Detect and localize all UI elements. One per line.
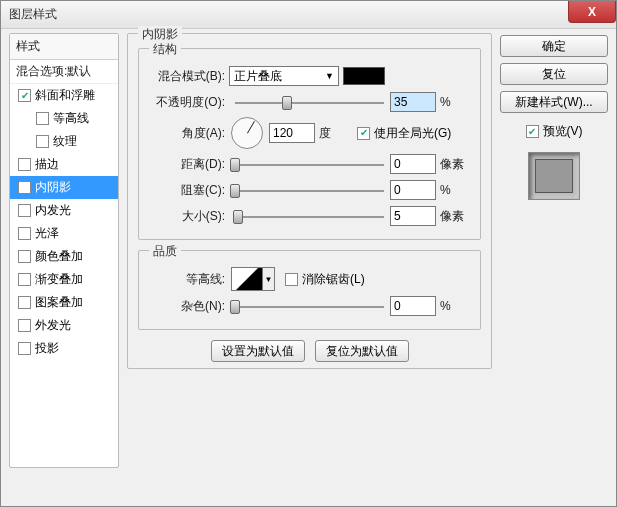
- style-checkbox[interactable]: [18, 273, 31, 286]
- preview-label: 预览(V): [543, 123, 583, 140]
- style-checkbox[interactable]: [18, 204, 31, 217]
- style-item-2[interactable]: 纹理: [10, 130, 118, 153]
- choke-unit: %: [440, 183, 470, 197]
- preview-inner: [535, 159, 573, 193]
- use-global-light-checkbox[interactable]: [357, 127, 370, 140]
- close-icon: X: [588, 5, 596, 19]
- distance-input[interactable]: 0: [390, 154, 436, 174]
- style-item-label: 外发光: [35, 317, 71, 334]
- angle-indicator: [247, 121, 255, 134]
- style-item-0[interactable]: 斜面和浮雕: [10, 84, 118, 107]
- inner-shadow-fieldset: 内阴影 结构 混合模式(B): 正片叠底 ▼ 不透明度(O):: [127, 33, 492, 369]
- choke-input[interactable]: 0: [390, 180, 436, 200]
- opacity-label: 不透明度(O):: [149, 94, 229, 111]
- preview-checkbox[interactable]: [526, 125, 539, 138]
- slider-thumb[interactable]: [233, 210, 243, 224]
- style-item-3[interactable]: 描边: [10, 153, 118, 176]
- style-item-5[interactable]: 内发光: [10, 199, 118, 222]
- style-item-6[interactable]: 光泽: [10, 222, 118, 245]
- style-checkbox[interactable]: [36, 135, 49, 148]
- noise-slider[interactable]: [235, 297, 384, 315]
- slider-thumb[interactable]: [282, 96, 292, 110]
- styles-group: 样式 混合选项:默认 斜面和浮雕等高线纹理描边内阴影内发光光泽颜色叠加渐变叠加图…: [9, 33, 119, 468]
- blend-mode-label: 混合模式(B):: [149, 68, 229, 85]
- style-item-10[interactable]: 外发光: [10, 314, 118, 337]
- chevron-down-icon: ▼: [325, 71, 334, 81]
- slider-thumb[interactable]: [230, 158, 240, 172]
- style-item-1[interactable]: 等高线: [10, 107, 118, 130]
- choke-label: 阻塞(C):: [149, 182, 229, 199]
- preview-row: 预览(V): [500, 123, 608, 140]
- size-input[interactable]: 5: [390, 206, 436, 226]
- size-label: 大小(S):: [149, 208, 229, 225]
- style-checkbox[interactable]: [18, 181, 31, 194]
- noise-label: 杂色(N):: [149, 298, 229, 315]
- style-item-7[interactable]: 颜色叠加: [10, 245, 118, 268]
- choke-row: 阻塞(C): 0 %: [149, 179, 470, 201]
- contour-dropdown[interactable]: ▼: [263, 267, 275, 291]
- styles-list-panel: 样式 混合选项:默认 斜面和浮雕等高线纹理描边内阴影内发光光泽颜色叠加渐变叠加图…: [9, 33, 119, 498]
- opacity-row: 不透明度(O): 35 %: [149, 91, 470, 113]
- use-global-light-label: 使用全局光(G): [374, 125, 451, 142]
- default-buttons-row: 设置为默认值 复位为默认值: [138, 340, 481, 362]
- style-item-9[interactable]: 图案叠加: [10, 291, 118, 314]
- shadow-color-swatch[interactable]: [343, 67, 385, 85]
- slider-thumb[interactable]: [230, 184, 240, 198]
- blend-mode-row: 混合模式(B): 正片叠底 ▼: [149, 65, 470, 87]
- reset-default-button[interactable]: 复位为默认值: [315, 340, 409, 362]
- titlebar: 图层样式 X: [1, 1, 616, 29]
- make-default-button[interactable]: 设置为默认值: [211, 340, 305, 362]
- new-style-button[interactable]: 新建样式(W)...: [500, 91, 608, 113]
- angle-label: 角度(A):: [149, 125, 229, 142]
- style-item-8[interactable]: 渐变叠加: [10, 268, 118, 291]
- style-checkbox[interactable]: [18, 296, 31, 309]
- choke-slider[interactable]: [235, 181, 384, 199]
- opacity-slider[interactable]: [235, 93, 384, 111]
- style-items-container: 斜面和浮雕等高线纹理描边内阴影内发光光泽颜色叠加渐变叠加图案叠加外发光投影: [10, 84, 118, 360]
- reset-button[interactable]: 复位: [500, 63, 608, 85]
- style-item-label: 颜色叠加: [35, 248, 83, 265]
- angle-dial[interactable]: [231, 117, 263, 149]
- angle-row: 角度(A): 120 度 使用全局光(G): [149, 117, 470, 149]
- style-item-label: 纹理: [53, 133, 77, 150]
- style-item-label: 描边: [35, 156, 59, 173]
- structure-fieldset: 结构 混合模式(B): 正片叠底 ▼ 不透明度(O):: [138, 48, 481, 240]
- anti-alias-checkbox[interactable]: [285, 273, 298, 286]
- distance-unit: 像素: [440, 156, 470, 173]
- size-unit: 像素: [440, 208, 470, 225]
- styles-header: 样式: [10, 34, 118, 60]
- style-item-label: 光泽: [35, 225, 59, 242]
- size-slider[interactable]: [235, 207, 384, 225]
- effect-settings-panel: 内阴影 结构 混合模式(B): 正片叠底 ▼ 不透明度(O):: [127, 33, 492, 498]
- style-item-4[interactable]: 内阴影: [10, 176, 118, 199]
- blend-mode-combo[interactable]: 正片叠底 ▼: [229, 66, 339, 86]
- angle-input[interactable]: 120: [269, 123, 315, 143]
- noise-row: 杂色(N): 0 %: [149, 295, 470, 317]
- quality-fieldset: 品质 等高线: ▼ 消除锯齿(L) 杂色(N): 0 %: [138, 250, 481, 330]
- style-item-label: 等高线: [53, 110, 89, 127]
- layer-style-dialog: 图层样式 X 样式 混合选项:默认 斜面和浮雕等高线纹理描边内阴影内发光光泽颜色…: [0, 0, 617, 507]
- blending-options-row[interactable]: 混合选项:默认: [10, 60, 118, 84]
- blend-mode-value: 正片叠底: [234, 68, 282, 85]
- slider-track: [235, 102, 384, 104]
- style-checkbox[interactable]: [18, 342, 31, 355]
- dialog-body: 样式 混合选项:默认 斜面和浮雕等高线纹理描边内阴影内发光光泽颜色叠加渐变叠加图…: [9, 33, 608, 498]
- style-item-label: 内发光: [35, 202, 71, 219]
- style-item-11[interactable]: 投影: [10, 337, 118, 360]
- contour-picker[interactable]: [231, 267, 263, 291]
- style-checkbox[interactable]: [18, 319, 31, 332]
- style-checkbox[interactable]: [36, 112, 49, 125]
- close-button[interactable]: X: [568, 1, 616, 23]
- noise-input[interactable]: 0: [390, 296, 436, 316]
- quality-legend: 品质: [149, 243, 181, 260]
- preview-swatch[interactable]: [528, 152, 580, 200]
- style-checkbox[interactable]: [18, 89, 31, 102]
- distance-slider[interactable]: [235, 155, 384, 173]
- style-checkbox[interactable]: [18, 158, 31, 171]
- structure-legend: 结构: [149, 41, 181, 58]
- style-checkbox[interactable]: [18, 227, 31, 240]
- slider-thumb[interactable]: [230, 300, 240, 314]
- opacity-input[interactable]: 35: [390, 92, 436, 112]
- style-checkbox[interactable]: [18, 250, 31, 263]
- ok-button[interactable]: 确定: [500, 35, 608, 57]
